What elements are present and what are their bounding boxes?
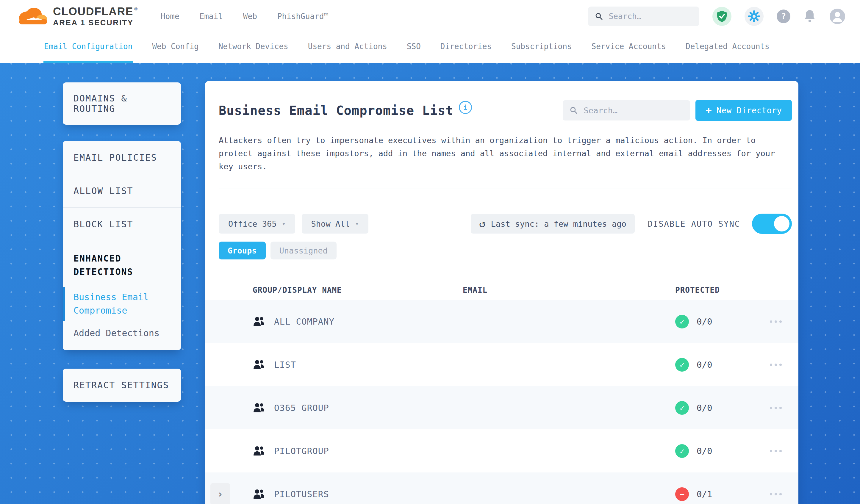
nav-web[interactable]: Web bbox=[243, 12, 257, 21]
new-directory-label: New Directory bbox=[717, 106, 782, 115]
tab-users-and-actions[interactable]: Users and Actions bbox=[307, 33, 388, 63]
groups-table: GROUP/DISPLAY NAME EMAIL PROTECTED ALL C… bbox=[205, 280, 799, 504]
sidebar: DOMAINS & ROUTING EMAIL POLICIES ALLOW L… bbox=[63, 83, 181, 402]
protected-cell: ✓ 0/0 bbox=[675, 401, 766, 415]
sidebar-item-domains-routing[interactable]: DOMAINS & ROUTING bbox=[63, 83, 181, 125]
title-row: Business Email Compromise List i + bbox=[219, 100, 792, 121]
sidebar-item-allow-list[interactable]: ALLOW LIST bbox=[63, 174, 181, 208]
group-people-icon bbox=[253, 446, 265, 456]
row-menu-icon[interactable] bbox=[770, 493, 772, 495]
group-people-icon bbox=[253, 403, 265, 413]
protected-cell: ✓ 0/0 bbox=[675, 358, 766, 372]
new-directory-button[interactable]: + New Directory bbox=[696, 100, 792, 121]
protected-count: 0/0 bbox=[697, 446, 712, 456]
added-detections-label: Added Detections bbox=[73, 328, 159, 338]
last-sync-text: Last sync: a few minutes ago bbox=[491, 219, 627, 229]
tab-network-devices[interactable]: Network Devices bbox=[218, 33, 289, 63]
group-view-tabs: Groups Unassigned bbox=[219, 242, 792, 259]
retract-settings-label: RETRACT SETTINGS bbox=[73, 380, 169, 390]
sidebar-item-block-list[interactable]: BLOCK LIST bbox=[63, 208, 181, 241]
protected-cell: ✓ 0/0 bbox=[675, 315, 766, 329]
tab-delegated-accounts[interactable]: Delegated Accounts bbox=[685, 33, 770, 63]
directory-type-value: Office 365 bbox=[228, 219, 277, 229]
group-name-cell: ALL COMPANY bbox=[253, 316, 463, 327]
sidebar-item-email-policies[interactable]: EMAIL POLICIES bbox=[63, 141, 181, 174]
user-avatar-icon[interactable] bbox=[829, 8, 846, 25]
section-divider bbox=[219, 189, 792, 189]
notifications-bell-icon[interactable] bbox=[803, 10, 816, 23]
security-status-button[interactable] bbox=[713, 7, 731, 26]
config-tabs: Email Configuration Web Config Network D… bbox=[0, 33, 860, 63]
directory-search-input[interactable] bbox=[583, 106, 683, 115]
last-sync-button[interactable]: ↺ Last sync: a few minutes ago bbox=[471, 214, 635, 233]
show-filter-value: Show All bbox=[311, 219, 350, 229]
protected-ok-icon: ✓ bbox=[675, 444, 689, 458]
page-description: Attackers often try to impersonate execu… bbox=[219, 134, 786, 173]
row-menu-icon[interactable] bbox=[770, 363, 772, 366]
table-row: ALL COMPANY ✓ 0/0 bbox=[205, 300, 799, 343]
directory-type-dropdown[interactable]: Office 365 ▾ bbox=[219, 214, 295, 233]
question-icon: ? bbox=[781, 12, 786, 21]
tab-sso[interactable]: SSO bbox=[406, 33, 421, 63]
info-icon[interactable]: i bbox=[459, 101, 472, 114]
search-icon bbox=[570, 106, 577, 115]
tab-subscriptions[interactable]: Subscriptions bbox=[511, 33, 573, 63]
tab-web-config[interactable]: Web Config bbox=[152, 33, 199, 63]
row-menu-icon[interactable] bbox=[770, 320, 772, 323]
table-row: LIST ✓ 0/0 bbox=[205, 343, 799, 386]
settings-button[interactable] bbox=[745, 7, 763, 26]
title-actions: + New Directory bbox=[563, 100, 792, 121]
disable-auto-sync-label: DISABLE AUTO SYNC bbox=[648, 219, 740, 229]
group-name: LIST bbox=[274, 360, 296, 370]
chevron-down-icon: ▾ bbox=[282, 220, 286, 227]
plus-icon: + bbox=[705, 105, 712, 115]
main-panel-inner: Business Email Compromise List i + bbox=[205, 100, 799, 259]
tab-service-accounts[interactable]: Service Accounts bbox=[591, 33, 666, 63]
global-search-input[interactable] bbox=[608, 12, 692, 21]
brand-text: CLOUDFLARE ® AREA 1 SECURITY bbox=[53, 6, 138, 27]
col-group-display-name: GROUP/DISPLAY NAME bbox=[253, 286, 463, 294]
enhanced-detections-label: ENHANCED DETECTIONS bbox=[73, 252, 154, 278]
brand-subtitle: AREA 1 SECURITY bbox=[53, 19, 138, 27]
table-row: O365_GROUP ✓ 0/0 bbox=[205, 386, 799, 429]
group-name: PILOTUSERS bbox=[274, 489, 329, 499]
tab-directories[interactable]: Directories bbox=[440, 33, 492, 63]
col-email: EMAIL bbox=[463, 286, 675, 294]
protected-count: 0/0 bbox=[697, 317, 712, 327]
nav-email[interactable]: Email bbox=[200, 12, 223, 21]
group-name: O365_GROUP bbox=[274, 403, 329, 413]
gear-icon bbox=[748, 11, 760, 22]
tab-unassigned[interactable]: Unassigned bbox=[271, 242, 337, 259]
table-row: › PILOTUSERS − 0/1 bbox=[205, 473, 799, 504]
sidebar-item-retract-settings[interactable]: RETRACT SETTINGS bbox=[63, 369, 181, 402]
menu-cell bbox=[766, 320, 799, 323]
chevron-down-icon: ▾ bbox=[355, 220, 359, 227]
protected-count: 0/0 bbox=[697, 360, 712, 370]
table-row: PILOTGROUP ✓ 0/0 bbox=[205, 429, 799, 473]
sidebar-item-business-email-compromise[interactable]: Business Email Compromise bbox=[73, 290, 170, 317]
main-panel: Business Email Compromise List i + bbox=[205, 81, 799, 504]
directory-search bbox=[563, 100, 690, 120]
tab-email-configuration[interactable]: Email Configuration bbox=[43, 33, 133, 63]
protected-count: 0/1 bbox=[697, 489, 712, 499]
group-name-cell: PILOTGROUP bbox=[253, 446, 463, 456]
expand-row-button[interactable]: › bbox=[210, 483, 230, 504]
help-button[interactable]: ? bbox=[777, 10, 790, 23]
sidebar-item-added-detections[interactable]: Added Detections bbox=[73, 328, 170, 338]
brand-name: CLOUDFLARE bbox=[53, 6, 133, 17]
nav-home[interactable]: Home bbox=[161, 12, 180, 21]
auto-sync-toggle[interactable] bbox=[752, 214, 792, 234]
sync-right-group: ↺ Last sync: a few minutes ago DISABLE A… bbox=[471, 214, 792, 234]
tab-groups[interactable]: Groups bbox=[219, 242, 266, 259]
row-menu-icon[interactable] bbox=[770, 450, 772, 452]
brand-logo[interactable]: CLOUDFLARE ® AREA 1 SECURITY bbox=[17, 6, 138, 27]
menu-cell bbox=[766, 363, 799, 366]
show-filter-dropdown[interactable]: Show All ▾ bbox=[302, 214, 369, 233]
sync-controls-row: Office 365 ▾ Show All ▾ ↺ Last sync: a f… bbox=[219, 214, 792, 234]
protected-ok-icon: ✓ bbox=[675, 358, 689, 372]
domains-routing-label: DOMAINS & ROUTING bbox=[73, 93, 127, 114]
nav-phishguard[interactable]: PhishGuard™ bbox=[277, 12, 329, 21]
row-menu-icon[interactable] bbox=[770, 407, 772, 409]
registered-mark: ® bbox=[134, 6, 138, 11]
protected-cell: − 0/1 bbox=[675, 487, 766, 501]
